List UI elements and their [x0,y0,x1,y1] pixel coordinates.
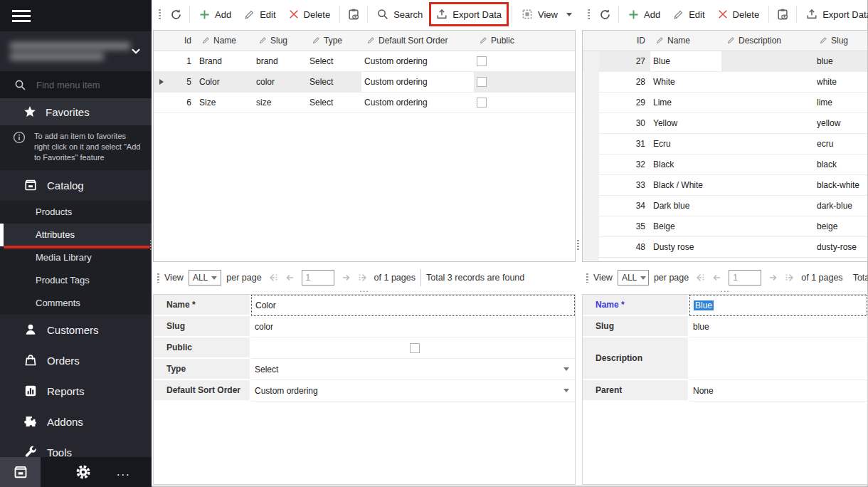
table-row[interactable]: 29Limelime [583,92,867,112]
cell-name[interactable]: Beige [650,216,721,236]
checkbox[interactable] [477,77,487,87]
cell-description[interactable] [721,154,814,174]
cell-description[interactable] [721,92,814,112]
description-field[interactable] [689,337,867,380]
cell-name[interactable]: Size [196,92,253,112]
parent-field[interactable]: None [689,380,867,402]
cell-name[interactable]: Ecru [650,133,721,154]
edit-button[interactable]: Edit [667,4,711,24]
edit-button[interactable]: Edit [238,4,282,24]
cell-slug[interactable]: dark-blue [814,195,867,216]
table-row[interactable]: 6SizesizeSelectCustom ordering [154,92,575,112]
last-page-button[interactable] [785,273,795,282]
cell-description[interactable] [721,174,814,195]
prev-page-button[interactable] [285,273,295,282]
cell-sort_order[interactable]: Custom ordering [361,71,474,92]
table-row[interactable]: 34Dark bluedark-blue [583,195,867,216]
view-dropdown-button[interactable]: View [515,4,576,24]
cell-id[interactable]: 27 [598,51,650,71]
cell-type[interactable]: Select [307,92,361,112]
cell-description[interactable] [721,112,814,133]
cell-id[interactable]: 34 [598,195,650,216]
cell-id[interactable]: 32 [598,154,650,174]
row-selector[interactable] [154,51,172,71]
cell-public[interactable] [474,92,575,112]
sidebar-item-catalog[interactable]: Catalog [0,170,152,201]
cell-description[interactable] [721,236,814,257]
row-selector[interactable] [154,92,172,112]
slug-field[interactable]: blue [689,316,867,337]
form-resize-handle[interactable]: ... [582,286,868,293]
page-size-select[interactable]: ALL [618,270,649,286]
cell-slug[interactable]: ecru [814,133,867,154]
table-row[interactable]: 5ColorcolorSelectCustom ordering [154,71,575,92]
cell-name[interactable]: Brand [196,51,253,71]
more-options-button[interactable]: ... [117,468,130,476]
slug-field[interactable]: color [251,316,575,337]
type-dropdown[interactable]: Select [251,359,575,380]
column-header-slug[interactable]: Slug [814,31,867,51]
column-header-id[interactable]: ID [598,31,650,51]
cell-slug[interactable]: yellow [814,112,867,133]
cell-id[interactable]: 6 [172,92,196,112]
cell-slug[interactable]: white [814,71,867,92]
cell-id[interactable]: 30 [598,112,650,133]
row-selector[interactable] [154,71,172,92]
cell-id[interactable]: 31 [598,133,650,154]
sidebar-item-favorites[interactable]: Favorites [0,98,152,125]
sidebar-item-media-library[interactable]: Media Library [0,246,152,269]
table-row[interactable]: 31Ecruecru [583,133,867,154]
table-row[interactable]: 32Blackblack [583,154,867,174]
cell-id[interactable]: 28 [598,71,650,92]
cell-slug[interactable]: lime [814,92,867,112]
cell-sort_order[interactable]: Custom ordering [361,51,474,71]
cell-slug[interactable]: dusty-rose [814,236,867,257]
sidebar-item-comments[interactable]: Comments [0,292,152,315]
cell-name[interactable]: Dusty rose [650,236,721,257]
pager-drag-handle[interactable] [157,273,159,283]
cell-id[interactable]: 1 [172,51,196,71]
column-header-default-sort-order[interactable]: Default Sort Order [361,31,474,51]
column-header-type[interactable]: Type [307,31,361,51]
table-row[interactable]: 1BrandbrandSelectCustom ordering [154,51,575,71]
cell-type[interactable]: Select [307,71,361,92]
cell-name[interactable]: Dark blue [650,195,721,216]
gear-icon[interactable] [75,464,91,480]
search-button[interactable]: Search [371,4,429,24]
cell-public[interactable] [474,71,575,92]
page-number-input[interactable] [729,270,761,286]
name-field[interactable]: Blue [689,295,867,316]
page-size-select[interactable]: ALL [189,270,221,286]
export-data-button[interactable]: Export Data [429,2,509,26]
cell-name[interactable]: Color [196,71,253,92]
table-row[interactable]: 28Whitewhite [583,71,867,92]
cell-slug[interactable]: color [253,71,307,92]
search-input[interactable] [36,80,136,90]
pager-drag-handle[interactable] [586,273,588,283]
prev-page-button[interactable] [712,273,721,282]
cell-id[interactable]: 29 [598,92,650,112]
cell-name[interactable]: Yellow [650,112,721,133]
sidebar-splitter-handle[interactable] [150,240,152,251]
cell-slug[interactable]: black [814,154,867,174]
sidebar-item-customers[interactable]: Customers [0,315,152,345]
table-row[interactable]: 35Beigebeige [583,216,867,236]
cell-slug[interactable]: black-white [814,174,867,195]
public-checkbox-field[interactable] [251,337,575,359]
table-row[interactable]: 27Blueblue [583,51,867,71]
next-page-button[interactable] [768,273,778,282]
preview-grid-icon[interactable] [343,4,364,24]
cell-name[interactable]: Blue [650,51,721,71]
cell-description[interactable] [721,133,814,154]
first-page-button[interactable] [695,273,705,282]
cell-slug[interactable]: blue [814,51,867,71]
checkbox[interactable] [477,56,487,66]
cell-public[interactable] [474,51,575,71]
store-selector[interactable] [0,31,152,71]
checkbox[interactable] [410,343,420,353]
cell-id[interactable]: 33 [598,174,650,195]
add-button[interactable]: Add [622,4,667,24]
cell-description[interactable] [721,51,814,71]
preview-grid-icon[interactable] [772,4,793,24]
column-header-name[interactable]: Name [196,31,253,51]
